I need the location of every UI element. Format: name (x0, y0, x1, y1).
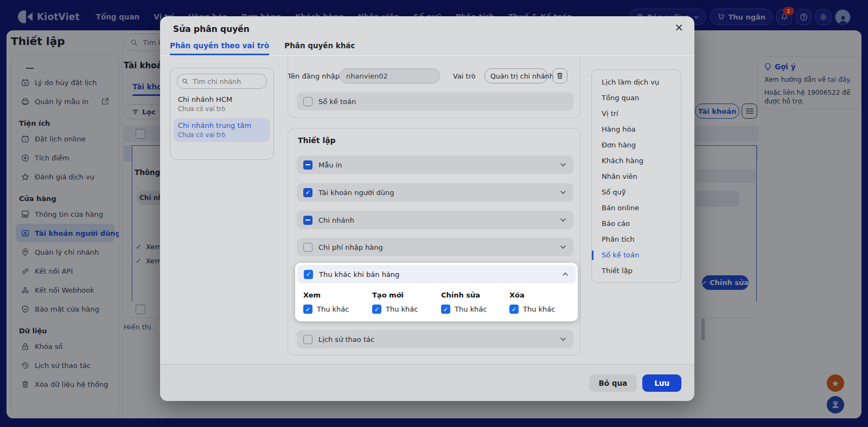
branch-status: Chưa có vai trò (178, 105, 267, 113)
permission-item-label: Thu khác (317, 305, 349, 313)
branch-item-hcm[interactable]: Chi nhánh HCM Chưa có vai trò (174, 92, 270, 116)
chevron-down-icon[interactable] (559, 335, 567, 343)
cancel-button[interactable]: Bỏ qua (589, 374, 637, 392)
tab-phan-quyen-theo-vai-tro[interactable]: Phân quyền theo vai trò (170, 41, 269, 55)
column-header: Chỉnh sửa (441, 291, 506, 299)
permission-row-label: Sổ kế toán (318, 98, 567, 106)
chevron-down-icon[interactable] (559, 189, 567, 196)
checkbox-checked-icon[interactable] (303, 188, 312, 197)
column-header: Xem (303, 291, 368, 299)
edit-permission-modal: Sửa phân quyền × Phân quyền theo vai trò… (160, 16, 694, 401)
settings-group-card: Thiết lập Mẫu in Tài khoản người dùng Ch… (288, 128, 580, 355)
branch-panel: Chi nhánh HCM Chưa có vai trò Chi nhánh … (170, 68, 274, 160)
column-header: Tạo mới (372, 291, 437, 299)
permission-row-label: Mẫu in (318, 161, 553, 169)
modnav-nhan-vien[interactable]: Nhân viên (592, 169, 681, 184)
checkbox-unchecked-icon[interactable] (303, 97, 312, 106)
modal-tabs: Phân quyền theo vai trò Phân quyền khác (160, 41, 694, 56)
group-title: Thiết lập (298, 136, 336, 145)
permission-row-label: Lịch sử thao tác (318, 335, 553, 344)
modnav-phan-tich[interactable]: Phân tích (592, 231, 681, 247)
modnav-bao-cao[interactable]: Báo cáo (592, 216, 681, 231)
permission-column-xoa: Xóa Thu khác (509, 291, 575, 314)
checkbox-checked-icon[interactable] (441, 305, 450, 314)
modnav-so-quy[interactable]: Sổ quỹ (592, 184, 681, 200)
permission-column-tao-moi: Tạo mới Thu khác (372, 291, 437, 314)
permission-column-chinh-sua: Chỉnh sửa Thu khác (441, 291, 506, 314)
chevron-up-icon[interactable] (561, 270, 569, 278)
checkbox-checked-icon[interactable] (303, 305, 312, 314)
modnav-vi-tri[interactable]: Vị trí (592, 106, 681, 121)
checkbox-checked-icon[interactable] (304, 270, 313, 279)
permission-row-label: Thu khác khi bán hàng (319, 270, 556, 279)
branch-name: Chi nhánh HCM (178, 95, 267, 103)
active-nav-indicator (592, 250, 593, 260)
accounting-group-card: Sổ kế toán (288, 56, 580, 118)
permission-row-chi-phi-nhap-hang[interactable]: Chi phí nhập hàng (297, 238, 573, 256)
branch-status: Chưa có vai trò (178, 131, 267, 139)
modnav-ban-online[interactable]: Bán online (592, 200, 681, 216)
permission-row-lich-su-thao-tac[interactable]: Lịch sử thao tác (297, 330, 573, 348)
branch-item-trung-tam[interactable]: Chi nhánh trung tâm Chưa có vai trò (174, 118, 270, 142)
modnav-don-hang[interactable]: Đơn hàng (592, 137, 681, 153)
checkbox-checked-icon[interactable] (509, 305, 519, 314)
save-button[interactable]: Lưu (642, 374, 681, 392)
search-icon (182, 78, 188, 85)
branch-search-input[interactable] (192, 77, 261, 86)
modnav-tong-quan[interactable]: Tổng quan (592, 90, 681, 106)
permission-row-thu-khac[interactable]: Thu khác khi bán hàng (297, 265, 576, 283)
chevron-down-icon[interactable] (559, 216, 567, 224)
modal-title: Sửa phân quyền (173, 24, 250, 34)
modal-footer: Bỏ qua Lưu (160, 364, 694, 401)
tab-phan-quyen-khac[interactable]: Phân quyền khác (284, 41, 355, 55)
modnav-hang-hoa[interactable]: Hàng hóa (592, 121, 681, 137)
permission-item-label: Thu khác (386, 305, 418, 313)
branch-search[interactable] (177, 74, 267, 89)
modnav-thiet-lap[interactable]: Thiết lập (592, 263, 681, 279)
modnav-so-ke-toan[interactable]: Sổ kế toán (592, 247, 681, 263)
permission-row-tai-khoan[interactable]: Tài khoản người dùng (297, 183, 573, 202)
checkbox-unchecked-icon[interactable] (303, 335, 312, 344)
close-icon[interactable]: × (674, 22, 684, 33)
permission-row-label: Tài khoản người dùng (318, 189, 553, 197)
chevron-down-icon[interactable] (559, 243, 567, 251)
column-header: Xóa (509, 291, 575, 299)
permission-row-thu-khac-expanded: Thu khác khi bán hàng Xem Thu khác Tạo m… (295, 263, 578, 321)
permission-row-chi-nhanh[interactable]: Chi nhánh (297, 211, 573, 229)
permission-column-xem: Xem Thu khác (303, 291, 368, 314)
module-nav-panel: Lịch làm dịch vụ Tổng quan Vị trí Hàng h… (591, 69, 681, 283)
permission-item-label: Thu khác (455, 305, 487, 313)
permission-item-label: Thu khác (523, 305, 555, 313)
permission-row-mau-in[interactable]: Mẫu in (297, 156, 573, 174)
modnav-khach-hang[interactable]: Khách hàng (592, 153, 681, 169)
chevron-down-icon[interactable] (559, 161, 567, 169)
checkbox-indeterminate-icon[interactable] (303, 216, 312, 225)
permission-row-label: Chi phí nhập hàng (318, 243, 553, 251)
app-root: KiotViet Tổng quan Vị trí Hàng hóa Đơn h… (0, 0, 868, 427)
permission-row-so-ke-toan[interactable]: Sổ kế toán (297, 92, 573, 111)
branch-name: Chi nhánh trung tâm (178, 121, 267, 130)
checkbox-indeterminate-icon[interactable] (303, 160, 312, 170)
permission-row-label: Chi nhánh (318, 216, 553, 224)
checkbox-unchecked-icon[interactable] (303, 243, 312, 252)
checkbox-checked-icon[interactable] (372, 305, 381, 314)
modnav-lich-lam-dich-vu[interactable]: Lịch làm dịch vụ (592, 74, 681, 90)
